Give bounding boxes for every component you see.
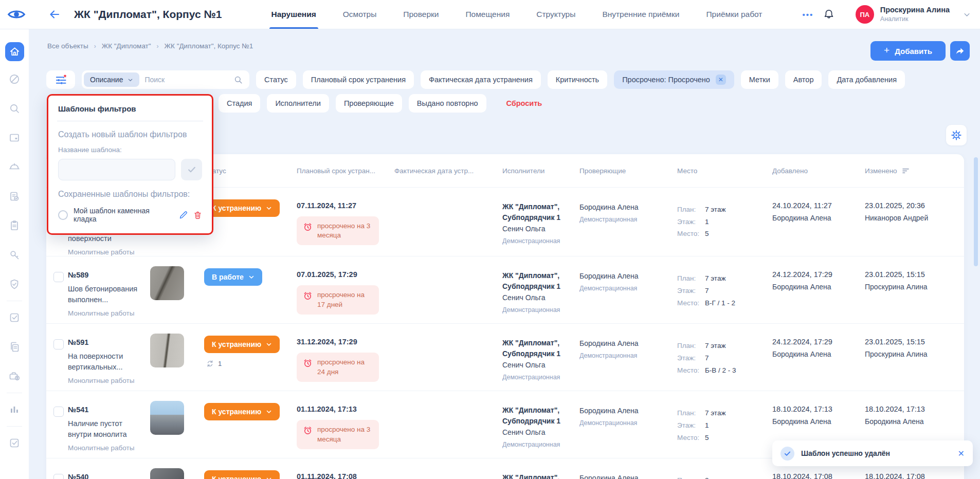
- filter-pill[interactable]: Дата добавления: [828, 70, 905, 89]
- filter-pill[interactable]: Метки: [741, 70, 778, 89]
- create-template-label: Создать новый шаблон фильтров: [58, 130, 202, 139]
- check-square-2-icon[interactable]: [8, 436, 21, 450]
- share-button[interactable]: [950, 41, 970, 61]
- template-name-input[interactable]: [58, 159, 175, 180]
- key-icon[interactable]: [8, 248, 21, 262]
- toast-close-icon[interactable]: ✕: [958, 449, 965, 458]
- left-sidebar: [0, 29, 29, 479]
- place-cell: План:7 этажЭтаж:7Место:Б-В / 2 - 3: [677, 324, 772, 391]
- violation-description[interactable]: Наличие пустот внутри монолита: [68, 418, 144, 439]
- copy-icon[interactable]: [8, 340, 21, 354]
- hard-hat-icon[interactable]: [8, 160, 21, 174]
- violation-description[interactable]: Шов бетонирования выполнен...: [68, 284, 144, 305]
- filter-pill[interactable]: Проверяющие: [336, 94, 402, 113]
- toast-notification: Шаблон успешно удалён ✕: [772, 440, 973, 466]
- delete-template-icon[interactable]: [193, 211, 202, 219]
- filter-row-1-pills: СтатусПлановый срок устраненияФактическа…: [256, 70, 905, 89]
- added-cell: 24.12.2024, 17:29Бородкина Алена: [772, 324, 865, 391]
- reissued-count: 1: [204, 360, 297, 367]
- column-header[interactable]: Изменено: [865, 167, 964, 175]
- status-badge[interactable]: К устранению: [204, 336, 280, 353]
- filter-templates-popup: Шаблоны фильтров Создать новый шаблон фи…: [47, 94, 213, 235]
- status-badge[interactable]: К устранению: [204, 199, 280, 217]
- check-square-icon[interactable]: [8, 311, 21, 324]
- filter-pill[interactable]: Критичность: [548, 70, 607, 89]
- filter-pill[interactable]: Фактическая дата устранения: [421, 70, 541, 89]
- more-tabs-button[interactable]: •••: [802, 10, 813, 19]
- search-nav-icon[interactable]: [8, 102, 21, 115]
- briefcase-user-icon[interactable]: [8, 370, 21, 383]
- row-checkbox[interactable]: [53, 339, 64, 349]
- circle-slash-icon[interactable]: [8, 72, 21, 86]
- tab[interactable]: Внутренние приёмки: [602, 0, 679, 29]
- violation-description[interactable]: поверхности: [68, 233, 144, 244]
- add-button[interactable]: +Добавить: [870, 41, 946, 61]
- app-logo-icon[interactable]: [6, 8, 27, 21]
- filter-pill[interactable]: Плановый срок устранения: [303, 70, 414, 89]
- column-header[interactable]: Плановый срок устран...: [297, 167, 394, 175]
- popup-title: Шаблоны фильтров: [58, 104, 202, 113]
- breadcrumb-item[interactable]: ЖК "Дипломат": [102, 42, 151, 50]
- tab[interactable]: Нарушения: [271, 0, 316, 29]
- clipboard-icon[interactable]: [8, 219, 21, 232]
- notifications-bell-icon[interactable]: [823, 8, 835, 21]
- filter-pill[interactable]: Стадия: [219, 94, 260, 113]
- field-selector-dropdown[interactable]: Описание: [84, 72, 139, 87]
- violation-photo[interactable]: [150, 266, 184, 300]
- avatar[interactable]: ПА: [856, 5, 874, 24]
- violation-photo[interactable]: [150, 401, 184, 435]
- tab[interactable]: Помещения: [465, 0, 510, 29]
- filter-pill[interactable]: Статус: [256, 70, 296, 89]
- executors-cell: ЖК "Дипломат",Субподрядчик 1Сенич ОльгаД…: [502, 256, 579, 323]
- clipboard-check-icon[interactable]: [8, 190, 21, 203]
- row-checkbox[interactable]: [53, 272, 64, 282]
- card-icon[interactable]: [8, 131, 21, 144]
- planned-date: 07.01.2025, 17:29: [297, 270, 394, 279]
- user-menu-chevron-icon[interactable]: [963, 11, 971, 19]
- template-radio[interactable]: [58, 210, 68, 220]
- column-header[interactable]: Фактическая дата устр...: [394, 167, 502, 175]
- place-cell: План:7 этажЭтаж:7Место:В-Г / 1 - 2: [677, 256, 772, 323]
- tab[interactable]: Проверки: [403, 0, 439, 29]
- tab[interactable]: Осмотры: [343, 0, 377, 29]
- search-input[interactable]: [144, 76, 228, 84]
- checkers-cell: Бородкина Алена: [579, 458, 677, 479]
- row-checkbox[interactable]: [53, 474, 64, 479]
- chevron-down-icon: [128, 77, 133, 83]
- filter-pill[interactable]: Исполнители: [267, 94, 329, 113]
- tab[interactable]: Структуры: [536, 0, 575, 29]
- sort-icon: [902, 168, 910, 174]
- filter-pill[interactable]: Автор: [785, 70, 822, 89]
- reset-filters-button[interactable]: Сбросить: [506, 99, 542, 107]
- back-button[interactable]: [48, 8, 61, 21]
- violation-description[interactable]: На поверхности вертикальных...: [68, 351, 144, 372]
- column-header[interactable]: Исполнители: [502, 167, 579, 175]
- filter-row-2-pills: СтадияИсполнителиПроверяющиеВыдано повто…: [219, 94, 486, 113]
- row-checkbox[interactable]: [53, 407, 64, 417]
- changed-cell: 23.01.2025, 15:15Проскурина Алина: [865, 324, 964, 391]
- status-badge[interactable]: К устранению: [204, 403, 280, 420]
- vertical-scrollbar[interactable]: [974, 157, 978, 266]
- sidebar-divider: [7, 426, 22, 427]
- column-header[interactable]: Статус: [204, 167, 297, 175]
- column-header[interactable]: Проверяющие: [579, 167, 677, 175]
- status-badge[interactable]: В работе: [204, 268, 262, 286]
- status-badge[interactable]: К устранению: [204, 470, 280, 479]
- shield-check-icon[interactable]: [8, 278, 21, 291]
- tab[interactable]: Приёмки работ: [706, 0, 762, 29]
- filter-settings-button[interactable]: [46, 70, 75, 89]
- bar-chart-icon[interactable]: [8, 403, 21, 416]
- breadcrumb-item[interactable]: Все объекты: [47, 42, 88, 50]
- filter-pill[interactable]: Выдано повторно: [409, 94, 486, 113]
- table-settings-gear-icon[interactable]: [946, 125, 967, 145]
- edit-template-icon[interactable]: [179, 211, 188, 219]
- save-template-button[interactable]: [181, 159, 202, 180]
- remove-filter-icon[interactable]: ✕: [716, 75, 726, 85]
- column-header[interactable]: Добавлено: [772, 167, 865, 175]
- filter-pill[interactable]: Просрочено: Просрочено✕: [614, 70, 734, 89]
- place-cell: План:7 этажЭтаж:1Место:5: [677, 188, 772, 256]
- violation-photo[interactable]: [150, 334, 184, 367]
- home-icon[interactable]: [5, 42, 24, 61]
- column-header[interactable]: Место: [677, 167, 772, 175]
- violation-photo[interactable]: [150, 468, 184, 479]
